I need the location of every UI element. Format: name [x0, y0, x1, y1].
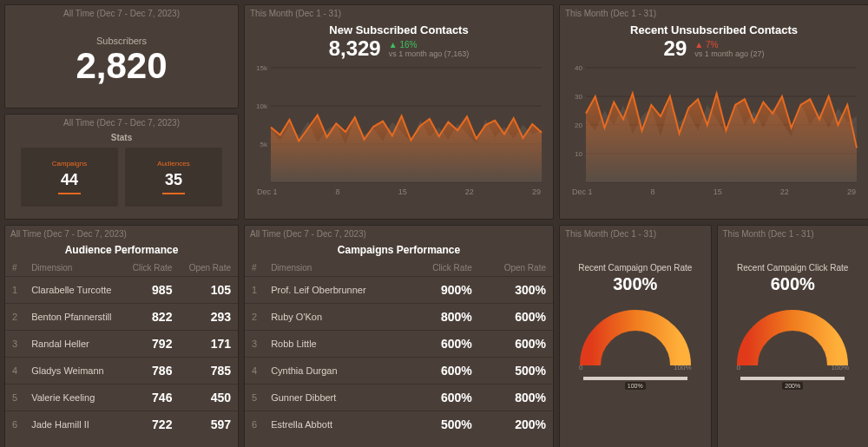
- svg-text:30: 30: [575, 93, 582, 101]
- table-row[interactable]: 4 Gladys Weimann 786 785: [5, 358, 238, 385]
- cell-open-rate: 800%: [479, 385, 553, 411]
- cell-open-rate: 105: [179, 277, 238, 304]
- col-open-rate[interactable]: Open Rate: [179, 260, 238, 277]
- table-row[interactable]: 2 Benton Pfannerstill 822 293: [5, 304, 238, 331]
- range-label: This Month (Dec 1 - 31): [245, 5, 553, 22]
- cell-click-rate: 746: [123, 385, 180, 411]
- x-tick: 15: [398, 187, 407, 196]
- table-row[interactable]: 1 Prof. Leif Oberbrunner 900% 300%: [245, 277, 553, 304]
- subscribers-card: All Time (Dec 7 - Dec 7, 2023) Subscribe…: [4, 4, 239, 108]
- table-row[interactable]: 3 Randal Heller 792 171: [5, 331, 238, 358]
- cell-index: 3: [5, 331, 24, 358]
- stat-campaigns[interactable]: Campaigns 44: [21, 148, 118, 207]
- col-open-rate[interactable]: Open Rate: [479, 260, 553, 277]
- table-body: 1 Clarabelle Turcotte 985 105 2 Benton P…: [5, 277, 238, 438]
- subscribers-value: 2,820: [5, 46, 238, 86]
- stat-label: Audiences: [157, 160, 189, 168]
- area-chart[interactable]: 10203040: [567, 64, 862, 186]
- unsubscribed-card: This Month (Dec 1 - 31) Recent Unsubscri…: [559, 4, 868, 220]
- delta-block: ▲ 7% vs 1 month ago (27): [694, 40, 764, 58]
- range-label: This Month (Dec 1 - 31): [718, 226, 869, 242]
- x-tick: Dec 1: [257, 187, 278, 196]
- new-subscribed-card: This Month (Dec 1 - 31) New Subscribed C…: [244, 4, 554, 220]
- x-axis-ticks: Dec 18152229: [560, 186, 868, 200]
- table-row[interactable]: 5 Gunner Dibbert 600% 800%: [245, 385, 553, 411]
- cell-index: 6: [245, 411, 264, 438]
- x-tick: 8: [336, 187, 340, 196]
- col-click-rate[interactable]: Click Rate: [123, 260, 180, 277]
- table-row[interactable]: 3 Robb Little 600% 600%: [245, 331, 553, 358]
- cell-dimension: Gunner Dibbert: [264, 385, 408, 411]
- x-tick: 29: [847, 187, 856, 196]
- cell-dimension: Estrella Abbott: [264, 411, 408, 438]
- campaigns-table-card: All Time (Dec 7 - Dec 7, 2023) Campaigns…: [244, 225, 554, 447]
- gauge-min: 0: [737, 364, 740, 371]
- cell-open-rate: 600%: [479, 304, 553, 331]
- area-chart[interactable]: 5k10k15k: [252, 64, 547, 186]
- cell-click-rate: 792: [123, 331, 180, 358]
- chart-big-value: 29: [664, 36, 687, 61]
- chart-title: Recent Unsubscribed Contacts: [560, 23, 868, 36]
- gauge-scale: 0 100%: [560, 364, 711, 371]
- x-tick: 22: [780, 187, 789, 196]
- cell-click-rate: 600%: [408, 358, 479, 385]
- cell-open-rate: 500%: [479, 358, 553, 385]
- cell-click-rate: 786: [123, 358, 180, 385]
- col-index[interactable]: #: [245, 260, 264, 277]
- gauge-bar-fill: [583, 377, 687, 380]
- cell-index: 3: [245, 331, 264, 358]
- audience-table-card: All Time (Dec 7 - Dec 7, 2023) Audience …: [4, 225, 239, 447]
- stat-value: 35: [165, 171, 182, 189]
- cell-index: 5: [5, 385, 24, 411]
- cell-index: 1: [5, 277, 24, 304]
- cell-index: 4: [245, 358, 264, 385]
- gauge-chart[interactable]: [732, 301, 853, 369]
- cell-index: 5: [245, 385, 264, 411]
- col-dimension[interactable]: Dimension: [24, 260, 123, 277]
- accent-bar: [58, 193, 81, 194]
- cell-dimension: Robb Little: [264, 331, 408, 358]
- x-tick: 8: [651, 187, 655, 196]
- cell-index: 2: [245, 304, 264, 331]
- svg-text:10k: 10k: [256, 102, 268, 110]
- table-title: Campaigns Performance: [245, 244, 553, 256]
- x-tick: 22: [465, 187, 474, 196]
- cell-click-rate: 500%: [408, 411, 479, 438]
- audience-table: # Dimension Click Rate Open Rate 1 Clara…: [5, 260, 238, 437]
- table-row[interactable]: 2 Ruby O'Kon 800% 600%: [245, 304, 553, 331]
- cell-click-rate: 900%: [408, 277, 479, 304]
- cell-index: 1: [245, 277, 264, 304]
- table-row[interactable]: 1 Clarabelle Turcotte 985 105: [5, 277, 238, 304]
- table-row[interactable]: 6 Jade Hamill II 722 597: [5, 411, 238, 438]
- svg-text:15k: 15k: [256, 64, 268, 72]
- gauge-secondary-bar: 200%: [740, 377, 845, 380]
- cell-open-rate: 293: [179, 304, 238, 331]
- range-label: All Time (Dec 7 - Dec 7, 2023): [5, 115, 238, 131]
- table-row[interactable]: 6 Estrella Abbott 500% 200%: [245, 411, 553, 438]
- trend-down-icon: ▲ 7%: [694, 40, 718, 49]
- cell-open-rate: 171: [179, 331, 238, 358]
- col-dimension[interactable]: Dimension: [264, 260, 408, 277]
- gauge-max: 100%: [832, 364, 849, 371]
- table-row[interactable]: 4 Cynthia Durgan 600% 500%: [245, 358, 553, 385]
- table-title: Audience Performance: [5, 244, 238, 256]
- col-click-rate[interactable]: Click Rate: [408, 260, 479, 277]
- x-tick: 15: [713, 187, 722, 196]
- stats-card: All Time (Dec 7 - Dec 7, 2023) Stats Cam…: [4, 114, 239, 220]
- stat-label: Campaigns: [52, 160, 87, 168]
- stats-title: Stats: [5, 133, 238, 142]
- gauge-bar-label: 200%: [782, 382, 803, 390]
- chart-title: New Subscribed Contacts: [245, 23, 553, 36]
- range-label: This Month (Dec 1 - 31): [560, 5, 868, 22]
- gauge-bar-label: 100%: [625, 382, 646, 390]
- campaigns-table: # Dimension Click Rate Open Rate 1 Prof.…: [245, 260, 553, 437]
- gauge-chart[interactable]: [575, 301, 696, 369]
- cell-click-rate: 722: [123, 411, 180, 438]
- table-row[interactable]: 5 Valerie Keeling 746 450: [5, 385, 238, 411]
- col-index[interactable]: #: [5, 260, 24, 277]
- svg-text:5k: 5k: [260, 141, 267, 148]
- cell-dimension: Benton Pfannerstill: [24, 304, 123, 331]
- stat-audiences[interactable]: Audiences 35: [125, 148, 222, 207]
- svg-text:20: 20: [575, 122, 582, 129]
- gauge-min: 0: [579, 364, 582, 371]
